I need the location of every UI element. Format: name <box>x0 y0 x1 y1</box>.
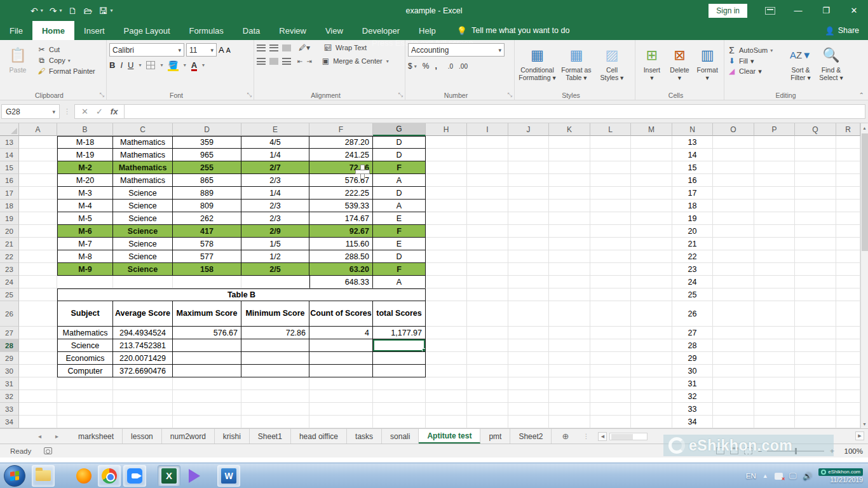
cell-J31[interactable] <box>508 377 549 390</box>
save-icon[interactable]: 🖫 <box>99 6 108 16</box>
excel-taskbar-icon[interactable]: X <box>158 465 180 487</box>
cell-B33[interactable] <box>57 403 113 416</box>
decrease-decimal-button[interactable]: .00 <box>459 63 468 70</box>
cell-N31[interactable]: 31 <box>672 377 713 390</box>
cell-A23[interactable] <box>19 263 57 276</box>
cell-F24[interactable]: 648.33 <box>309 276 373 288</box>
cell-J19[interactable] <box>508 212 549 225</box>
cell-P32[interactable] <box>754 390 795 403</box>
cell-K22[interactable] <box>549 250 590 263</box>
cell-I27[interactable] <box>467 327 508 339</box>
cell-C23[interactable]: Science <box>113 263 173 276</box>
cell-J28[interactable] <box>508 339 549 352</box>
cell-F27[interactable]: 4 <box>309 327 373 339</box>
row-header-17[interactable]: 17 <box>0 187 19 200</box>
cell-H28[interactable] <box>426 339 467 352</box>
cell-N17[interactable]: 17 <box>672 187 713 200</box>
cell-O31[interactable] <box>713 377 754 390</box>
italic-button[interactable]: I <box>120 60 123 70</box>
cell-K33[interactable] <box>549 403 590 416</box>
cell-Q15[interactable] <box>795 161 836 174</box>
page-break-view-icon[interactable] <box>744 447 752 454</box>
ribbon-tab-data[interactable]: Data <box>233 21 269 40</box>
cell-C32[interactable] <box>113 390 173 403</box>
cell-N14[interactable]: 14 <box>672 149 713 161</box>
cell-L31[interactable] <box>590 377 631 390</box>
cell-Q34[interactable] <box>795 416 836 428</box>
row-header-24[interactable]: 24 <box>0 276 19 288</box>
cell-H29[interactable] <box>426 352 467 365</box>
cell-C31[interactable] <box>113 377 173 390</box>
cell-M22[interactable] <box>631 250 672 263</box>
redo-icon[interactable]: ↷ <box>50 6 57 16</box>
percent-format-button[interactable]: % <box>423 62 430 71</box>
column-header-E[interactable]: E <box>241 123 309 136</box>
cell-P19[interactable] <box>754 212 795 225</box>
cell-P27[interactable] <box>754 327 795 339</box>
cell-E14[interactable]: 1/4 <box>241 149 309 161</box>
cell-G34[interactable] <box>373 416 426 428</box>
cell-E22[interactable]: 1/2 <box>241 250 309 263</box>
borders-button[interactable] <box>146 61 155 69</box>
cell-D30[interactable] <box>173 365 241 377</box>
cell-A16[interactable] <box>19 174 57 187</box>
cell-K29[interactable] <box>549 352 590 365</box>
cut-button[interactable]: ✂Cut <box>37 45 95 54</box>
cell-N19[interactable]: 19 <box>672 212 713 225</box>
conditional-formatting-button[interactable]: ▦ ConditionalFormatting ▾ <box>517 43 557 81</box>
share-button[interactable]: 👤 Share <box>825 21 859 40</box>
cell-M30[interactable] <box>631 365 672 377</box>
cell-O34[interactable] <box>713 416 754 428</box>
cell-H19[interactable] <box>426 212 467 225</box>
cell-C33[interactable] <box>113 403 173 416</box>
cell-R14[interactable] <box>836 149 860 161</box>
cell-J27[interactable] <box>508 327 549 339</box>
cell-Q24[interactable] <box>795 276 836 288</box>
cell-K32[interactable] <box>549 390 590 403</box>
cell-E21[interactable]: 1/5 <box>241 238 309 250</box>
cell-L23[interactable] <box>590 263 631 276</box>
cell-F18[interactable]: 539.33 <box>309 200 373 212</box>
cell-R17[interactable] <box>836 187 860 200</box>
select-all-corner[interactable] <box>0 123 19 136</box>
cell-L29[interactable] <box>590 352 631 365</box>
cell-B28[interactable]: Science <box>57 339 113 352</box>
cell-N29[interactable]: 29 <box>672 352 713 365</box>
cell-E27[interactable]: 72.86 <box>241 327 309 339</box>
cell-G17[interactable]: D <box>373 187 426 200</box>
tab-scroll-divider[interactable]: ⋮ <box>579 429 593 444</box>
formula-input[interactable] <box>125 104 865 119</box>
cell-A17[interactable] <box>19 187 57 200</box>
cell-A22[interactable] <box>19 250 57 263</box>
cell-Q23[interactable] <box>795 263 836 276</box>
cell-J14[interactable] <box>508 149 549 161</box>
cell-J29[interactable] <box>508 352 549 365</box>
macro-record-icon[interactable] <box>44 447 52 454</box>
column-header-C[interactable]: C <box>113 123 173 136</box>
cell-L33[interactable] <box>590 403 631 416</box>
cell-M29[interactable] <box>631 352 672 365</box>
cell-G23[interactable]: F <box>373 263 426 276</box>
cell-R19[interactable] <box>836 212 860 225</box>
cell-J23[interactable] <box>508 263 549 276</box>
cell-N21[interactable]: 21 <box>672 238 713 250</box>
cell-A26[interactable] <box>19 301 57 327</box>
font-name-combo[interactable]: Calibri▾ <box>109 43 184 57</box>
sheet-tab-tasks[interactable]: tasks <box>347 429 382 444</box>
cell-H15[interactable] <box>426 161 467 174</box>
cell-R15[interactable] <box>836 161 860 174</box>
cell-G27[interactable]: 1,177.97 <box>373 327 426 339</box>
cell-M15[interactable] <box>631 161 672 174</box>
cell-F23[interactable]: 63.20 <box>309 263 373 276</box>
sheet-tab-head-oiffice[interactable]: head oiffice <box>291 429 347 444</box>
collapse-ribbon-icon[interactable]: ⌃ <box>859 92 864 98</box>
cell-J22[interactable] <box>508 250 549 263</box>
cell-C29[interactable]: 220.0071429 <box>113 352 173 365</box>
cell-P31[interactable] <box>754 377 795 390</box>
cell-N25[interactable]: 25 <box>672 288 713 301</box>
cell-O19[interactable] <box>713 212 754 225</box>
speaker-icon[interactable]: 🔊 <box>803 471 812 480</box>
cell-N26[interactable]: 26 <box>672 301 713 327</box>
cell-O18[interactable] <box>713 200 754 212</box>
cell-L32[interactable] <box>590 390 631 403</box>
